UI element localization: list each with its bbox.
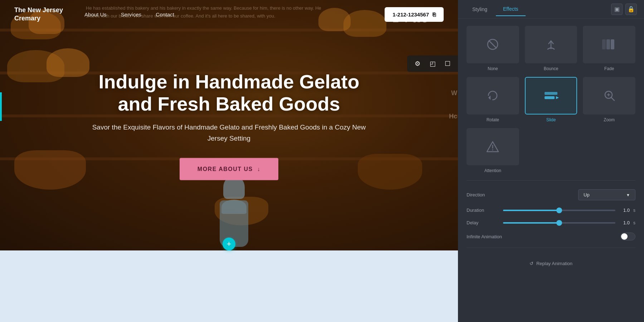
delay-value: 1.0 <box>619 220 630 225</box>
effect-slide[interactable]: Slide <box>525 77 577 122</box>
hero-subtitle: Savor the Exquisite Flavors of Handmade … <box>86 122 372 144</box>
duration-row: Duration 1.0 s <box>467 208 635 213</box>
effect-zoom-box[interactable] <box>583 77 635 114</box>
effect-fade-box[interactable] <box>583 26 635 63</box>
infinite-animation-row: Infinite Animation <box>467 233 635 240</box>
effect-none-box[interactable] <box>467 26 519 63</box>
delay-slider-track[interactable] <box>503 222 615 224</box>
effect-zoom[interactable]: Zoom <box>583 77 635 122</box>
svg-marker-8 <box>556 96 559 99</box>
panel-divider-2 <box>467 248 635 248</box>
delay-slider-container: 1.0 s <box>503 220 635 225</box>
direction-label: Direction <box>467 192 499 197</box>
duration-unit: s <box>633 208 635 213</box>
panel-tab-icons: ▣ 🔒 <box>611 4 637 15</box>
basket-shape-1 <box>14 150 86 190</box>
panel-tabs: Styling Effects ▣ 🔒 <box>458 0 644 19</box>
frame-icon[interactable]: ☐ <box>442 58 453 69</box>
replay-icon: ↺ <box>530 261 533 266</box>
navbar: The New Jersey Cremary About Us Services… <box>0 0 458 29</box>
effect-fade[interactable]: Fade <box>583 26 635 71</box>
duration-label: Duration <box>467 208 499 213</box>
none-icon <box>486 37 500 52</box>
controls-section: Direction Up ▼ Duration 1.0 s Delay <box>458 186 644 243</box>
delay-row: Delay 1.0 s <box>467 220 635 225</box>
effect-attention-box[interactable] <box>467 128 519 166</box>
effect-attention-label: Attention <box>484 168 501 173</box>
fade-icon <box>601 38 617 51</box>
direction-row: Direction Up ▼ <box>467 189 635 200</box>
partial-w-text: W <box>451 89 457 97</box>
effect-bounce-label: Bounce <box>544 66 558 71</box>
replay-button[interactable]: ↺ Replay Animation <box>458 257 644 270</box>
partial-hc-text: Hc <box>449 113 457 120</box>
add-section-button[interactable]: + <box>223 238 235 250</box>
slide-icon <box>543 89 559 102</box>
effect-slide-label: Slide <box>546 117 556 122</box>
delay-unit: s <box>633 220 635 225</box>
effect-attention[interactable]: Attention <box>467 128 519 174</box>
panel-divider-1 <box>467 180 635 181</box>
delay-slider-fill <box>503 222 559 224</box>
nav-link-contact[interactable]: Contact <box>156 11 174 18</box>
effect-rotate-box[interactable] <box>467 77 519 114</box>
effects-grid: None Bounce Fade <box>458 19 644 180</box>
effect-none[interactable]: None <box>467 26 519 71</box>
desktop-icon[interactable]: ▣ <box>611 4 623 15</box>
attention-icon <box>486 140 500 154</box>
effect-fade-label: Fade <box>604 66 614 71</box>
blue-accent-line <box>0 92 2 121</box>
delay-slider-thumb[interactable] <box>556 220 562 226</box>
direction-select[interactable]: Up ▼ <box>578 189 635 200</box>
infinite-label: Infinite Animation <box>467 234 524 239</box>
canvas-toolbar: ⚙ ◰ ☐ <box>407 55 458 72</box>
effect-rotate-label: Rotate <box>487 117 499 122</box>
svg-line-10 <box>611 97 614 101</box>
svg-rect-3 <box>606 39 610 49</box>
svg-rect-4 <box>611 39 614 49</box>
crop-icon[interactable]: ◰ <box>427 58 438 69</box>
chevron-down-icon: ▼ <box>626 193 630 197</box>
bread-shape-6 <box>47 48 89 77</box>
duration-value: 1.0 <box>619 208 630 213</box>
settings-icon[interactable]: ⚙ <box>412 58 423 69</box>
phone-button[interactable]: 1-212-1234567 ⎘ <box>385 7 444 22</box>
effect-zoom-label: Zoom <box>604 117 615 122</box>
delay-label: Delay <box>467 220 499 225</box>
svg-point-15 <box>492 149 493 150</box>
cta-arrow-icon: ↓ <box>257 166 261 172</box>
zoom-icon <box>602 88 616 103</box>
website-preview: He has established this bakery and his b… <box>0 0 458 322</box>
nav-link-services[interactable]: Services <box>121 11 142 18</box>
duration-slider-fill <box>503 210 559 211</box>
duration-slider-track[interactable] <box>503 210 615 211</box>
nav-logo: The New Jersey Cremary <box>14 6 63 23</box>
toggle-knob <box>621 233 628 240</box>
svg-rect-6 <box>545 92 557 95</box>
effect-bounce[interactable]: Bounce <box>525 26 577 71</box>
effect-none-label: None <box>488 66 498 71</box>
cta-button[interactable]: MORE ABOUT US ↓ <box>180 158 278 180</box>
svg-marker-5 <box>488 96 491 100</box>
rotate-icon <box>486 88 500 103</box>
tab-effects[interactable]: Effects <box>496 3 526 16</box>
duration-slider-thumb[interactable] <box>556 208 562 213</box>
infinite-toggle[interactable] <box>620 233 635 240</box>
duration-slider-container: 1.0 s <box>503 208 635 213</box>
hero-content: Indulge in Handmade Gelato and Fresh Bak… <box>86 70 372 180</box>
effect-slide-box[interactable] <box>525 77 577 114</box>
svg-rect-2 <box>602 39 606 49</box>
tab-styling[interactable]: Styling <box>465 3 494 16</box>
copy-icon: ⎘ <box>433 11 436 18</box>
replay-label: Replay Animation <box>536 261 572 266</box>
lock-icon[interactable]: 🔒 <box>625 4 637 15</box>
hero-title: Indulge in Handmade Gelato and Fresh Bak… <box>86 70 372 115</box>
effect-rotate[interactable]: Rotate <box>467 77 519 122</box>
chef-figure <box>220 176 248 247</box>
nav-links: About Us Services Contact <box>84 11 385 18</box>
svg-rect-7 <box>545 96 555 99</box>
nav-link-about[interactable]: About Us <box>84 11 107 18</box>
effect-bounce-box[interactable] <box>525 26 577 63</box>
editor-panel: Styling Effects ▣ 🔒 None <box>458 0 644 322</box>
cta-label: MORE ABOUT US <box>197 166 253 172</box>
